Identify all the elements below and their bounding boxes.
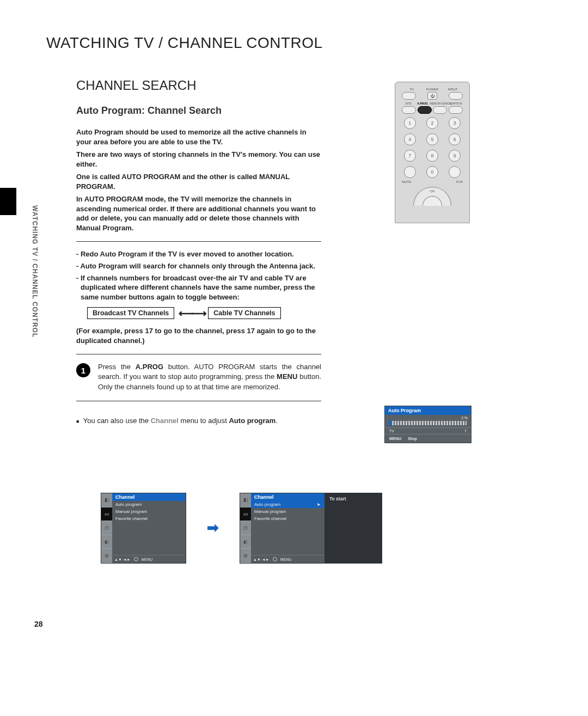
remote-lbl-fcr: FCR [456, 180, 463, 183]
osd2-title: Channel [251, 493, 324, 501]
remote-lbl-power: POWER [422, 88, 443, 91]
remote-num-9[interactable]: 9 [449, 150, 461, 162]
remote-lbl-mts: MTS [402, 102, 415, 105]
remote-mts-button[interactable] [402, 106, 416, 114]
example-text: (For example, press 17 to go to the chan… [76, 326, 321, 345]
osd-ap-channel: 7 [464, 429, 467, 433]
osd-menu-row: ◧ ▭ ◷ ◐ ⚙ Channel Auto program Manual pr… [101, 493, 382, 564]
note-3: - If channels numbers for broadcast over… [76, 273, 324, 302]
intro-block: Auto Program should be used to memorize … [76, 127, 321, 232]
divider [76, 401, 321, 401]
toggle-row: Broadcast TV Channels ⟵⟶ Cable TV Channe… [87, 307, 542, 319]
osd-tab-time-icon[interactable]: ◷ [101, 521, 112, 535]
osd1-item-manual[interactable]: Manual program [112, 508, 186, 515]
osd-channel-menu-2: ◧ ▭ ◷ ◐ ⚙ Channel Auto program ► Manual … [240, 493, 325, 564]
intro-p4: In AUTO PROGRAM mode, the TV will memori… [76, 194, 321, 232]
remote-memory-button[interactable] [433, 106, 447, 114]
section-title: CHANNEL SEARCH [76, 78, 542, 93]
osd-tab-picture-icon[interactable]: ◧ [240, 493, 251, 507]
osd1-foot-menu: MENU [142, 558, 153, 561]
enter-icon [273, 557, 277, 561]
remote-lbl-tv: TV [402, 88, 422, 91]
osd1-foot-nav: ▲▼ ◄► [114, 558, 131, 561]
double-arrow-icon: ⟵⟶ [179, 310, 204, 316]
sub-title: Auto Program: Channel Search [76, 105, 542, 117]
step-1-row: 1 Press the A.PROG button. AUTO PROGRAM … [76, 362, 321, 392]
note-1: - Redo Auto Program if the TV is ever mo… [76, 249, 324, 259]
remote-illustration: TV POWER INPUT ⏻ MTS A.PROG MEMORY/ERASE… [395, 82, 470, 223]
remote-dpad[interactable]: CH ▲ [413, 187, 451, 206]
osd-ap-source: TV [389, 429, 394, 433]
remote-num-0[interactable]: 0 [426, 166, 438, 178]
remote-num-5[interactable]: 5 [426, 133, 438, 145]
divider [76, 241, 321, 242]
flow-arrow-icon: ➡ [207, 519, 219, 536]
osd2-side-panel: To start [325, 493, 382, 564]
notes-block: - Redo Auto Program if the TV is ever mo… [76, 249, 324, 302]
osd-tab-lock-icon[interactable]: ◐ [101, 535, 112, 549]
remote-num-3[interactable]: 3 [449, 117, 461, 129]
intro-p1: Auto Program should be used to memorize … [76, 127, 321, 146]
chevron-right-icon: ► [317, 502, 321, 507]
remote-lbl-input: INPUT [443, 88, 463, 91]
remote-lbl-aprog: A.PROG [415, 102, 430, 105]
osd1-title: Channel [112, 493, 186, 501]
page-edge-tab [0, 188, 16, 215]
osd-ap-progress [389, 421, 467, 425]
osd-ap-title: Auto Program [385, 406, 471, 415]
remote-num-4[interactable]: 4 [404, 133, 416, 145]
osd-tab-lock-icon[interactable]: ◐ [240, 535, 251, 549]
note-2: - Auto Program will search for channels … [76, 261, 324, 271]
osd2-item-fav[interactable]: Favorite channel [251, 515, 324, 522]
osd-tab-option-icon[interactable]: ⚙ [101, 549, 112, 563]
toggle-cable: Cable TV Channels [208, 307, 280, 319]
remote-input-button[interactable] [449, 92, 463, 100]
remote-num-8[interactable]: 8 [426, 150, 438, 162]
osd1-item-auto[interactable]: Auto program [112, 501, 186, 508]
remote-ch-label: CH [414, 189, 451, 193]
step-1-badge: 1 [76, 363, 90, 377]
remote-numpad: 1 2 3 4 5 6 7 8 9 0 [402, 117, 463, 178]
osd-ap-percent: 3 % [385, 415, 471, 420]
remote-blank-right[interactable] [449, 166, 461, 178]
step-1-text: Press the A.PROG button. AUTO PROGRAM st… [98, 362, 321, 392]
osd-ap-stop: Stop [408, 436, 417, 441]
osd-ap-menu: MENU [389, 436, 401, 441]
osd2-foot-menu: MENU [280, 558, 292, 561]
enter-icon [134, 557, 138, 561]
toggle-broadcast: Broadcast TV Channels [87, 307, 174, 319]
remote-blank-left[interactable] [404, 166, 416, 178]
osd-tab-option-icon[interactable]: ⚙ [240, 549, 251, 563]
osd2-item-auto[interactable]: Auto program ► [251, 501, 324, 508]
osd-auto-program: Auto Program 3 % TV 7 MENU Stop [384, 406, 471, 443]
remote-num-7[interactable]: 7 [404, 150, 416, 162]
osd-tab-channel-icon[interactable]: ▭ [240, 507, 251, 522]
osd-channel-menu-1: ◧ ▭ ◷ ◐ ⚙ Channel Auto program Manual pr… [101, 493, 186, 564]
osd-tab-picture-icon[interactable]: ◧ [101, 493, 112, 507]
remote-caption-button[interactable] [449, 106, 463, 114]
remote-lbl-mute: MUTE [402, 180, 411, 183]
divider [76, 354, 321, 354]
remote-aprog-button[interactable] [418, 106, 432, 114]
osd2-foot-nav: ▲▼ ◄► [253, 558, 270, 561]
main-title: WATCHING TV / CHANNEL CONTROL [46, 34, 542, 52]
osd1-item-fav[interactable]: Favorite channel [112, 515, 186, 522]
remote-tv-button[interactable] [402, 92, 416, 100]
osd-channel-menu-2-wrap: ◧ ▭ ◷ ◐ ⚙ Channel Auto program ► Manual … [240, 493, 382, 564]
osd-tab-channel-icon[interactable]: ▭ [101, 507, 112, 522]
bullet-icon: ■ [76, 419, 79, 424]
power-icon: ⏻ [430, 94, 434, 99]
side-section-label: WATCHING TV / CHANNEL CONTROL [31, 205, 39, 338]
remote-num-6[interactable]: 6 [449, 133, 461, 145]
osd2-side-label: To start [329, 496, 346, 501]
remote-num-2[interactable]: 2 [426, 117, 438, 129]
intro-p3: One is called AUTO PROGRAM and the other… [76, 172, 321, 191]
remote-lbl-mem: MEMORY/ERASE [430, 102, 450, 105]
remote-num-1[interactable]: 1 [404, 117, 416, 129]
remote-lbl-caption: CAPTION [449, 102, 463, 105]
osd-tab-time-icon[interactable]: ◷ [240, 521, 251, 535]
page-number: 28 [34, 620, 43, 628]
osd2-item-manual[interactable]: Manual program [251, 508, 324, 515]
remote-power-button[interactable]: ⏻ [427, 92, 437, 100]
intro-p2: There are two ways of storing channels i… [76, 150, 321, 169]
